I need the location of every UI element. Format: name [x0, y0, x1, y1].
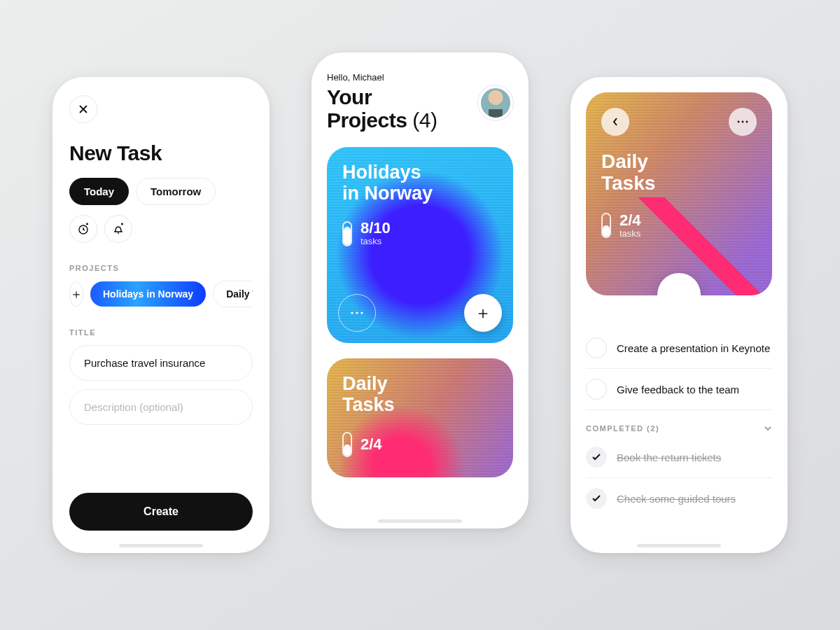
avatar[interactable]	[478, 85, 513, 120]
project-card-title: Holidays in Norway	[342, 162, 498, 204]
project-card-progress: 2/4	[342, 432, 498, 457]
quick-actions	[69, 215, 253, 243]
completed-header-text: COMPLETED (2)	[586, 424, 659, 433]
add-project-button[interactable]: ＋	[69, 281, 83, 307]
project-hero: Daily Tasks 2/4 tasks ＋	[586, 92, 772, 295]
svg-point-5	[742, 121, 744, 123]
checkbox-checked[interactable]	[586, 488, 607, 509]
project-card-holidays[interactable]: Holidays in Norway 8/10 tasks ＋	[327, 147, 513, 343]
checkbox-checked[interactable]	[586, 447, 607, 468]
progress-value: 2/4	[620, 213, 641, 228]
plus-icon: ＋	[670, 283, 688, 296]
task-item-completed[interactable]: Check some guided tours	[586, 478, 772, 519]
project-card-title: Daily Tasks	[342, 374, 498, 415]
chip-tomorrow[interactable]: Tomorrow	[136, 178, 216, 205]
project-card-progress: 8/10 tasks	[342, 220, 498, 246]
progress-value: 2/4	[360, 437, 382, 452]
progress-pill-icon	[342, 221, 352, 246]
progress-label: tasks	[620, 228, 641, 239]
progress-label: tasks	[360, 236, 391, 246]
dashboard-title-text: Your Projects	[327, 85, 407, 132]
close-button[interactable]	[69, 95, 97, 123]
projects-label: PROJECTS	[69, 264, 253, 272]
plus-icon: ＋	[70, 286, 83, 302]
check-icon	[592, 454, 601, 461]
chevron-left-icon	[612, 117, 619, 127]
home-indicator	[637, 544, 721, 547]
task-item[interactable]: Give feedback to the team	[586, 369, 772, 410]
progress-pill-icon	[601, 213, 611, 238]
more-icon	[736, 120, 749, 124]
screen-project-detail: Daily Tasks 2/4 tasks ＋ Create a present…	[570, 77, 788, 553]
chip-today[interactable]: Today	[69, 178, 129, 205]
back-button[interactable]	[601, 108, 629, 136]
svg-point-3	[360, 312, 363, 314]
svg-point-4	[738, 121, 740, 123]
project-selector: ＋ Holidays in Norway Daily T	[69, 281, 253, 307]
project-card-daily[interactable]: Daily Tasks 2/4	[327, 358, 513, 477]
create-button[interactable]: Create	[69, 493, 253, 531]
add-task-button[interactable]: ＋	[657, 273, 701, 295]
task-item[interactable]: Create a presentation in Keynote	[586, 328, 772, 369]
plus-icon: ＋	[475, 302, 491, 324]
more-icon	[350, 311, 364, 315]
dashboard-title: Your Projects (4)	[327, 85, 437, 132]
screen-dashboard: Hello, Michael Your Projects (4) Holiday…	[312, 52, 528, 528]
completed-header[interactable]: COMPLETED (2)	[586, 424, 772, 433]
greeting: Hello, Michael	[327, 72, 513, 83]
card-more-button[interactable]	[338, 294, 376, 332]
svg-point-2	[356, 312, 358, 314]
task-label: Create a presentation in Keynote	[617, 342, 770, 354]
page-title: New Task	[69, 141, 253, 165]
task-list: Create a presentation in Keynote Give fe…	[586, 328, 772, 519]
dashboard-count: (4)	[412, 108, 437, 132]
project-title: Daily Tasks	[601, 151, 757, 195]
svg-point-1	[351, 312, 353, 314]
progress-pill-icon	[342, 432, 352, 457]
check-icon	[592, 495, 601, 502]
svg-point-6	[746, 121, 748, 123]
bell-plus-icon	[112, 223, 125, 235]
title-input[interactable]: Purchase travel insurance	[69, 345, 253, 381]
screen-new-task: New Task Today Tomorrow PROJECTS ＋ Holid…	[52, 77, 270, 553]
project-progress: 2/4 tasks	[601, 213, 757, 239]
task-label: Give feedback to the team	[617, 384, 739, 396]
add-reminder-button[interactable]	[104, 215, 132, 243]
clock-plus-icon	[77, 223, 90, 235]
task-item-completed[interactable]: Book the return tickets	[586, 437, 772, 478]
task-label: Check some guided tours	[617, 493, 736, 505]
close-icon	[78, 104, 88, 114]
home-indicator	[119, 544, 203, 547]
task-label: Book the return tickets	[617, 451, 721, 463]
card-add-button[interactable]: ＋	[464, 294, 502, 332]
date-chips: Today Tomorrow	[69, 178, 253, 205]
checkbox[interactable]	[586, 337, 607, 358]
project-chip-holidays[interactable]: Holidays in Norway	[90, 281, 206, 307]
add-time-button[interactable]	[69, 215, 97, 243]
home-indicator	[378, 519, 462, 523]
progress-value: 8/10	[360, 220, 391, 236]
description-input[interactable]: Description (optional)	[69, 389, 253, 425]
dashboard-header: Your Projects (4)	[327, 85, 513, 132]
checkbox[interactable]	[586, 379, 607, 400]
more-button[interactable]	[729, 108, 757, 136]
project-chip-daily[interactable]: Daily T	[213, 281, 253, 307]
title-label: TITLE	[69, 328, 253, 337]
chevron-down-icon	[764, 426, 772, 431]
